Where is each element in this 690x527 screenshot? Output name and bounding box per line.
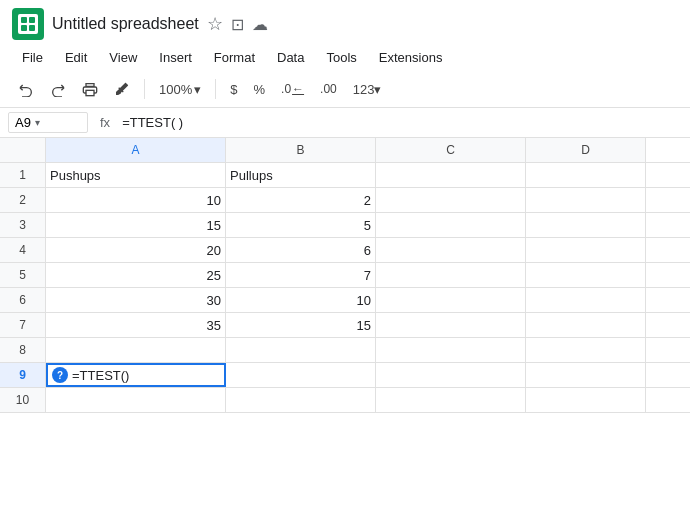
cell-d1[interactable]	[526, 163, 646, 187]
row-number-7[interactable]: 7	[0, 313, 46, 337]
formula-help-icon[interactable]: ?	[52, 367, 68, 383]
dollar-format-button[interactable]: $	[224, 80, 243, 99]
col-header-c[interactable]: C	[376, 138, 526, 162]
cell-c4[interactable]	[376, 238, 526, 262]
row-number-2[interactable]: 2	[0, 188, 46, 212]
menu-data[interactable]: Data	[267, 46, 314, 69]
cell-a2[interactable]: 10	[46, 188, 226, 212]
cell-b4[interactable]: 6	[226, 238, 376, 262]
paint-format-button[interactable]	[108, 75, 136, 103]
cell-d8[interactable]	[526, 338, 646, 362]
cell-d10[interactable]	[526, 388, 646, 412]
cell-a9[interactable]: ? =TTEST()	[46, 363, 226, 387]
menu-bar: File Edit View Insert Format Data Tools …	[0, 44, 690, 71]
cell-b9[interactable]	[226, 363, 376, 387]
table-row: 4 20 6	[0, 238, 690, 263]
table-row: 10	[0, 388, 690, 413]
cell-d3[interactable]	[526, 213, 646, 237]
cell-c7[interactable]	[376, 313, 526, 337]
row-number-corner	[0, 138, 46, 162]
cell-c9[interactable]	[376, 363, 526, 387]
col-header-a[interactable]: A	[46, 138, 226, 162]
row-number-3[interactable]: 3	[0, 213, 46, 237]
table-row: 7 35 15	[0, 313, 690, 338]
menu-insert[interactable]: Insert	[149, 46, 202, 69]
more-formats-button[interactable]: 123▾	[347, 80, 388, 99]
cell-c5[interactable]	[376, 263, 526, 287]
cell-b2[interactable]: 2	[226, 188, 376, 212]
cell-b10[interactable]	[226, 388, 376, 412]
col-header-b[interactable]: B	[226, 138, 376, 162]
cell-a5[interactable]: 25	[46, 263, 226, 287]
formula-content[interactable]: =TTEST( )	[122, 115, 183, 130]
menu-format[interactable]: Format	[204, 46, 265, 69]
cell-c3[interactable]	[376, 213, 526, 237]
formula-display: =TTEST()	[72, 368, 129, 383]
row-number-10[interactable]: 10	[0, 388, 46, 412]
cell-c10[interactable]	[376, 388, 526, 412]
percent-format-button[interactable]: %	[247, 80, 271, 99]
cell-a4[interactable]: 20	[46, 238, 226, 262]
cell-ref-dropdown-icon[interactable]: ▾	[35, 117, 40, 128]
menu-view[interactable]: View	[99, 46, 147, 69]
menu-extensions[interactable]: Extensions	[369, 46, 453, 69]
spreadsheet-grid: A B C D 1 Pushups Pullups 2 10 2 3 15 5 …	[0, 138, 690, 413]
star-icon[interactable]: ☆	[207, 13, 223, 35]
row-number-4[interactable]: 4	[0, 238, 46, 262]
menu-file[interactable]: File	[12, 46, 53, 69]
cell-d6[interactable]	[526, 288, 646, 312]
cell-reference-box[interactable]: A9 ▾	[8, 112, 88, 133]
cell-a10[interactable]	[46, 388, 226, 412]
zoom-selector[interactable]: 100% ▾	[153, 80, 207, 99]
cell-c1[interactable]	[376, 163, 526, 187]
svg-rect-0	[86, 90, 94, 95]
cell-d9[interactable]	[526, 363, 646, 387]
decimal-decrease-button[interactable]: .0←	[275, 80, 310, 98]
row-number-5[interactable]: 5	[0, 263, 46, 287]
table-row: 6 30 10	[0, 288, 690, 313]
table-row: 8	[0, 338, 690, 363]
formula-bar: A9 ▾ fx =TTEST( )	[0, 108, 690, 138]
cell-a6[interactable]: 30	[46, 288, 226, 312]
row-number-8[interactable]: 8	[0, 338, 46, 362]
cell-d7[interactable]	[526, 313, 646, 337]
more-formats-label: 123▾	[353, 82, 382, 97]
cell-c8[interactable]	[376, 338, 526, 362]
title-action-icons: ☆ ⊡ ☁	[207, 13, 268, 35]
cell-d2[interactable]	[526, 188, 646, 212]
cell-b5[interactable]: 7	[226, 263, 376, 287]
print-button[interactable]	[76, 75, 104, 103]
cell-a3[interactable]: 15	[46, 213, 226, 237]
row-number-1[interactable]: 1	[0, 163, 46, 187]
cell-b6[interactable]: 10	[226, 288, 376, 312]
row-number-6[interactable]: 6	[0, 288, 46, 312]
undo-button[interactable]	[12, 75, 40, 103]
redo-button[interactable]	[44, 75, 72, 103]
decimal-increase-label: .00	[320, 82, 337, 96]
dollar-label: $	[230, 82, 237, 97]
row-number-9[interactable]: 9	[0, 363, 46, 387]
decimal-decrease-label: .0←	[281, 82, 304, 96]
folder-icon[interactable]: ⊡	[231, 15, 244, 34]
active-cell-content: ? =TTEST()	[52, 367, 220, 383]
decimal-increase-button[interactable]: .00	[314, 80, 343, 98]
cell-a8[interactable]	[46, 338, 226, 362]
cell-d4[interactable]	[526, 238, 646, 262]
menu-tools[interactable]: Tools	[316, 46, 366, 69]
spreadsheet-title[interactable]: Untitled spreadsheet	[52, 15, 199, 33]
toolbar-divider-1	[144, 79, 145, 99]
cell-a1[interactable]: Pushups	[46, 163, 226, 187]
cell-b8[interactable]	[226, 338, 376, 362]
cell-b3[interactable]: 5	[226, 213, 376, 237]
cell-d5[interactable]	[526, 263, 646, 287]
percent-label: %	[253, 82, 265, 97]
col-header-d[interactable]: D	[526, 138, 646, 162]
cell-a7[interactable]: 35	[46, 313, 226, 337]
cell-b7[interactable]: 15	[226, 313, 376, 337]
menu-edit[interactable]: Edit	[55, 46, 97, 69]
cell-c6[interactable]	[376, 288, 526, 312]
cell-c2[interactable]	[376, 188, 526, 212]
fx-label: fx	[94, 115, 116, 130]
cell-b1[interactable]: Pullups	[226, 163, 376, 187]
cloud-icon[interactable]: ☁	[252, 15, 268, 34]
